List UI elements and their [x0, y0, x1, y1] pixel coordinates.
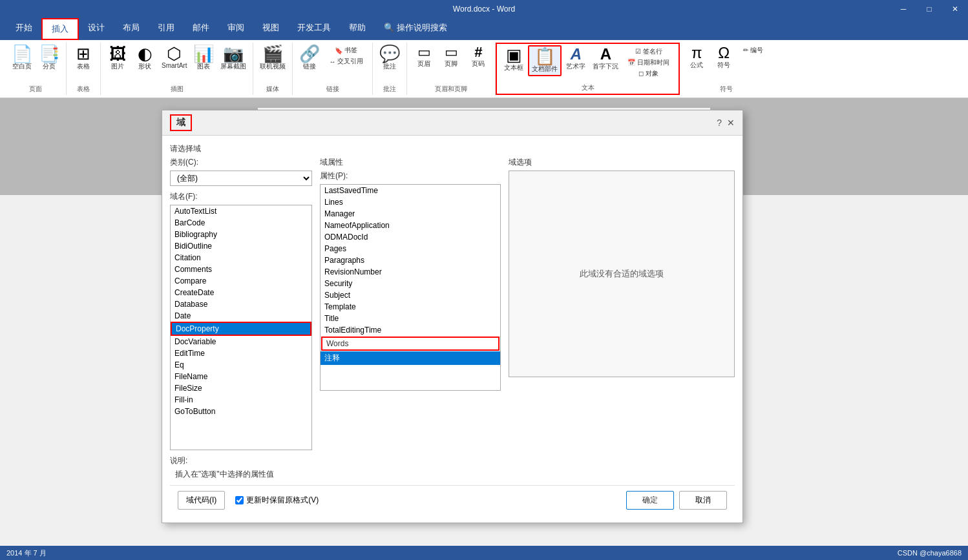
field-item-eq[interactable]: Eq — [171, 359, 311, 371]
tab-mail[interactable]: 邮件 — [184, 18, 218, 40]
btn-textbox[interactable]: ▣ 文本框 — [501, 45, 527, 74]
tab-view[interactable]: 视图 — [253, 18, 288, 40]
field-item-comments[interactable]: Comments — [171, 264, 311, 275]
btn-header[interactable]: ▭ 页眉 — [411, 44, 437, 70]
field-item-edittime[interactable]: EditTime — [171, 347, 311, 359]
field-item-compare[interactable]: Compare — [171, 275, 311, 287]
description-text: 插入在"选项"中选择的属性值 — [175, 469, 735, 480]
field-item-docvariable[interactable]: DocVariable — [171, 336, 311, 347]
prop-lines[interactable]: Lines — [321, 196, 500, 208]
prop-totaleditingtime[interactable]: TotalEditingTime — [321, 324, 500, 336]
btn-signature-line[interactable]: ☑ 签名行 — [633, 47, 665, 57]
btn-blank-page[interactable]: 📄 空白页 — [9, 44, 35, 72]
field-item-createdate[interactable]: CreateDate — [171, 287, 311, 298]
btn-smartart[interactable]: ⬡ SmartArt — [159, 44, 189, 70]
field-item-date[interactable]: Date — [171, 310, 311, 322]
preserve-format-area: 更新时保留原格式(V) — [235, 495, 319, 506]
close-btn[interactable]: ✕ — [942, 0, 968, 18]
btn-dropcap[interactable]: A 首字下沉 — [590, 45, 621, 72]
btn-doc-parts[interactable]: 📋 文档部件 — [528, 45, 562, 76]
tab-insert[interactable]: 插入 — [41, 18, 79, 40]
minimize-btn[interactable]: ─ — [890, 0, 916, 18]
btn-编号[interactable]: ✏ 编号 — [741, 45, 766, 56]
footer-label: 页脚 — [445, 59, 458, 68]
btn-symbol[interactable]: Ω 符号 — [711, 44, 737, 71]
tab-review[interactable]: 审阅 — [218, 18, 253, 40]
btn-online-video[interactable]: 🎬 联机视频 — [257, 44, 288, 72]
blank-page-icon: 📄 — [12, 45, 32, 62]
tab-layout[interactable]: 布局 — [114, 18, 149, 40]
prop-title[interactable]: Title — [321, 313, 500, 324]
btn-object[interactable]: ◻ 对象 — [636, 68, 661, 79]
dialog-close-btn[interactable]: ✕ — [727, 118, 735, 128]
chart-label: 图表 — [197, 62, 210, 71]
btn-page-break[interactable]: 📑 分页 — [36, 44, 62, 72]
field-item-bibliography[interactable]: Bibliography — [171, 229, 311, 240]
field-item-fillin[interactable]: Fill-in — [171, 394, 311, 406]
field-item-filesize[interactable]: FileSize — [171, 382, 311, 394]
prop-security[interactable]: Security — [321, 278, 500, 289]
tab-references[interactable]: 引用 — [149, 18, 184, 40]
btn-cross-ref[interactable]: ↔交叉引用 — [326, 56, 366, 67]
field-item-gotobutton[interactable]: GoToButton — [171, 406, 311, 417]
prop-paragraphs[interactable]: Paragraphs — [321, 254, 500, 266]
preserve-format-checkbox[interactable] — [235, 496, 244, 504]
group-comment: 💬 批注 批注 — [373, 43, 407, 95]
status-date: 2014 年 7 月 — [6, 548, 47, 558]
prop-note[interactable]: 注释 — [321, 351, 500, 365]
btn-page-number[interactable]: # 页码 — [465, 44, 491, 70]
field-item-citation[interactable]: Citation — [171, 252, 311, 264]
picture-icon: 🖼 — [109, 45, 126, 62]
field-item-barcode[interactable]: BarCode — [171, 217, 311, 229]
footer-icon: ▭ — [445, 45, 458, 59]
prop-nameofapplication[interactable]: NameofApplication — [321, 220, 500, 231]
btn-footer[interactable]: ▭ 页脚 — [438, 44, 464, 70]
cancel-btn[interactable]: 取消 — [679, 491, 727, 510]
prop-template[interactable]: Template — [321, 301, 500, 313]
btn-wordart[interactable]: A 艺术字 — [563, 45, 589, 72]
btn-datetime[interactable]: 📅 日期和时间 — [625, 57, 672, 68]
ok-btn[interactable]: 确定 — [626, 491, 674, 510]
prop-revisionnumber[interactable]: RevisionNumber — [321, 266, 500, 278]
btn-comment[interactable]: 💬 批注 — [377, 44, 403, 72]
tab-design[interactable]: 设计 — [79, 18, 114, 40]
col-right: 域选项 此域没有合适的域选项 — [509, 157, 735, 450]
btn-chart[interactable]: 📊 图表 — [191, 44, 216, 72]
group-text-label: 文本 — [582, 83, 594, 92]
field-item-autotextlist[interactable]: AutoTextList — [171, 205, 311, 217]
prop-odmadocid[interactable]: ODMADocId — [321, 231, 500, 243]
btn-screenshot[interactable]: 📷 屏幕截图 — [218, 44, 249, 72]
field-list[interactable]: AutoTextList BarCode Bibliography BidiOu… — [170, 205, 312, 450]
btn-bookmark[interactable]: 🔖书签 — [332, 45, 360, 56]
field-item-bidioutline[interactable]: BidiOutline — [171, 240, 311, 252]
prop-pages[interactable]: Pages — [321, 243, 500, 254]
property-list[interactable]: LastSavedTime Lines Manager NameofApplic… — [320, 184, 501, 391]
dialog-help-btn[interactable]: ? — [717, 118, 722, 128]
field-item-filename[interactable]: FileName — [171, 371, 311, 382]
maximize-btn[interactable]: □ — [916, 0, 942, 18]
tab-search[interactable]: 🔍 操作说明搜索 — [375, 18, 456, 40]
field-code-btn[interactable]: 域代码(I) — [178, 491, 225, 510]
group-symbols: π 公式 Ω 符号 ✏ 编号 符号 — [680, 43, 772, 95]
equation-label: 公式 — [690, 61, 703, 70]
tab-help[interactable]: 帮助 — [340, 18, 375, 40]
btn-link[interactable]: 🔗 链接 — [297, 44, 322, 72]
btn-equation[interactable]: π 公式 — [684, 44, 710, 71]
tab-developer[interactable]: 开发工具 — [288, 18, 340, 40]
tab-home[interactable]: 开始 — [6, 18, 41, 40]
prop-manager[interactable]: Manager — [321, 208, 500, 220]
btn-picture[interactable]: 🖼 图片 — [105, 44, 131, 72]
group-sym-buttons: π 公式 Ω 符号 ✏ 编号 — [684, 44, 768, 83]
field-item-docproperty[interactable]: DocProperty — [171, 322, 311, 336]
prop-words[interactable]: Words — [321, 337, 500, 351]
field-item-database[interactable]: Database — [171, 298, 311, 310]
prop-subject[interactable]: Subject — [321, 289, 500, 301]
description-area: 说明: 插入在"选项"中选择的属性值 — [170, 455, 735, 480]
btn-table[interactable]: ⊞ 表格 — [70, 44, 96, 72]
category-dropdown[interactable]: (全部) — [170, 171, 312, 186]
btn-shape[interactable]: ◐ 形状 — [132, 44, 158, 72]
prop-lastsavedtime[interactable]: LastSavedTime — [321, 185, 500, 196]
group-media-buttons: 🎬 联机视频 — [257, 44, 288, 83]
blank-page-label: 空白页 — [12, 62, 32, 71]
smartart-label: SmartArt — [162, 62, 187, 69]
